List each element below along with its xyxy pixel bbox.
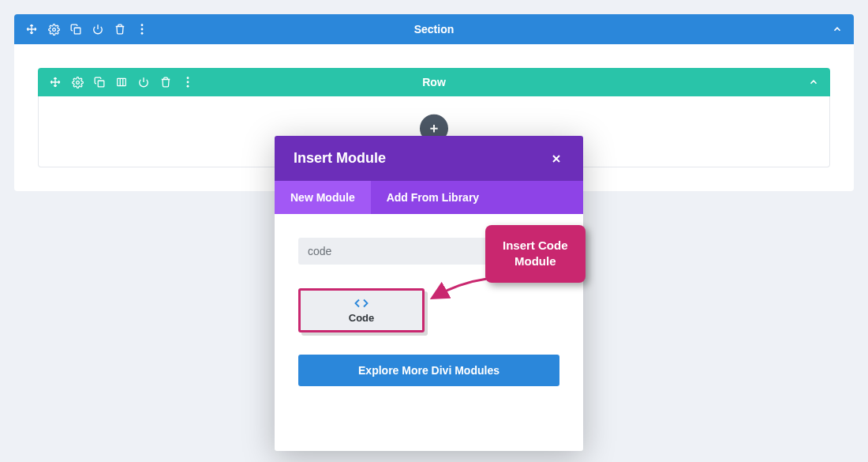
- more-icon[interactable]: [181, 76, 194, 88]
- modal-tabs: New Module Add From Library: [275, 181, 583, 214]
- gear-icon[interactable]: [47, 23, 60, 36]
- close-icon[interactable]: [548, 151, 564, 167]
- tab-new-module[interactable]: New Module: [275, 181, 371, 214]
- row-header-icons: [38, 76, 194, 88]
- code-icon: [354, 298, 369, 309]
- power-icon[interactable]: [92, 23, 104, 36]
- callout-line1: Insert Code: [503, 238, 568, 254]
- module-card-label: Code: [349, 312, 375, 324]
- move-icon[interactable]: [25, 23, 38, 36]
- svg-point-12: [187, 85, 189, 88]
- modal-header: Insert Module: [275, 136, 583, 181]
- code-module-card[interactable]: Code: [298, 288, 425, 332]
- trash-icon[interactable]: [159, 76, 172, 88]
- callout-line2: Module: [503, 254, 568, 269]
- modal-title: Insert Module: [294, 150, 386, 167]
- duplicate-icon[interactable]: [69, 23, 82, 36]
- svg-rect-1: [74, 28, 80, 34]
- svg-point-3: [141, 28, 144, 31]
- duplicate-icon[interactable]: [93, 76, 106, 88]
- move-icon[interactable]: [49, 76, 62, 88]
- svg-point-4: [141, 32, 144, 35]
- annotation-callout: Insert Code Module: [485, 225, 586, 283]
- svg-point-2: [141, 24, 144, 26]
- annotation-arrow-icon: [428, 275, 491, 306]
- svg-point-11: [187, 81, 189, 84]
- section-header[interactable]: Section: [14, 14, 854, 44]
- svg-point-5: [76, 81, 79, 84]
- svg-rect-7: [118, 78, 126, 85]
- svg-point-0: [52, 28, 55, 31]
- chevron-up-icon[interactable]: [808, 77, 819, 88]
- tab-add-from-library[interactable]: Add From Library: [371, 181, 495, 214]
- trash-icon[interactable]: [114, 23, 126, 36]
- columns-icon[interactable]: [115, 76, 128, 88]
- power-icon[interactable]: [137, 76, 150, 88]
- section-header-icons: [14, 23, 148, 36]
- svg-rect-6: [98, 81, 104, 87]
- more-icon[interactable]: [136, 23, 148, 36]
- explore-more-button[interactable]: Explore More Divi Modules: [298, 355, 559, 386]
- gear-icon[interactable]: [71, 76, 84, 88]
- svg-point-10: [187, 77, 189, 79]
- row-header[interactable]: Row: [38, 68, 830, 96]
- chevron-up-icon[interactable]: [832, 24, 843, 35]
